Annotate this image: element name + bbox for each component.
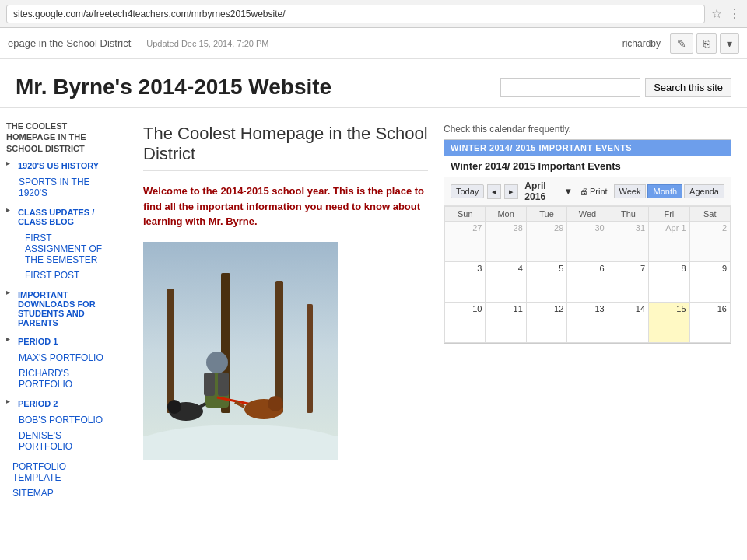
table-row[interactable]: 8 (649, 262, 689, 303)
sidebar-row-period1: ▸ PERIOD 1 (6, 334, 117, 348)
week-view-button[interactable]: Week (614, 184, 647, 198)
view-group: Week Month Agenda (614, 184, 724, 198)
url-text: sites.google.com/a/freetech4teachers.com… (13, 9, 286, 19)
sidebar-row-period2: ▸ PERIOD 2 (6, 397, 117, 411)
table-row[interactable]: 27 (445, 222, 486, 262)
table-row[interactable]: 31 (608, 222, 648, 262)
sidebar-item-first-assignment[interactable]: FIRST ASSIGNMENT OF THE SEMESTER (6, 230, 117, 268)
content-left: The Coolest Homepage in the School Distr… (143, 124, 428, 559)
table-row[interactable]: 3 (445, 262, 486, 303)
more-button[interactable]: ▾ (720, 33, 739, 54)
sidebar-item-classblog[interactable]: CLASS UPDATES / CLASS BLOG (12, 205, 117, 229)
browser-bar: sites.google.com/a/freetech4teachers.com… (0, 0, 747, 28)
sidebar-item-portfolio-template[interactable]: PORTFOLIO TEMPLATE (6, 459, 117, 485)
sidebar-item-richard-portfolio[interactable]: RICHARD'S PORTFOLIO (6, 366, 117, 392)
url-bar[interactable]: sites.google.com/a/freetech4teachers.com… (6, 5, 705, 23)
svg-rect-2 (143, 436, 338, 460)
today-button[interactable]: Today (451, 184, 484, 198)
sidebar-item-period2[interactable]: PERIOD 2 (12, 397, 64, 411)
scene-svg (143, 242, 338, 460)
table-row[interactable]: Apr 1 (649, 222, 689, 262)
svg-point-16 (268, 396, 283, 411)
table-row[interactable]: 9 (689, 262, 730, 303)
sidebar-row-history: ▸ 1920'S US HISTORY (6, 159, 117, 173)
table-row[interactable]: 29 (526, 222, 566, 262)
sidebar-item-first-post[interactable]: FIRST POST (6, 268, 117, 283)
table-row[interactable]: 14 (608, 303, 648, 343)
svg-rect-9 (204, 373, 215, 396)
cal-day-tue: Tue (526, 207, 566, 222)
arrow-icon-period2: ▸ (6, 397, 10, 405)
today-cell[interactable]: 15 (649, 303, 689, 343)
next-button[interactable]: ▸ (504, 184, 518, 199)
svg-rect-10 (218, 373, 229, 396)
sidebar-row-downloads: ▸ IMPORTANT DOWNLOADS FOR STUDENTS AND P… (6, 288, 117, 330)
sidebar-item-history[interactable]: 1920'S US HISTORY (12, 159, 105, 173)
table-row[interactable]: 28 (486, 222, 526, 262)
table-row[interactable]: 7 (608, 262, 648, 303)
cal-day-wed: Wed (567, 207, 608, 222)
table-row[interactable]: 16 (689, 303, 730, 343)
topbar-right: richardby ✎ ⎘ ▾ (622, 33, 739, 54)
site-title: Mr. Byrne's 2014-2015 Website (16, 75, 331, 100)
sidebar-item-sitemap[interactable]: SITEMAP (6, 485, 117, 501)
table-row[interactable]: 4 (486, 262, 526, 303)
bookmark-icon[interactable]: ☆ (711, 6, 722, 21)
table-row[interactable]: 12 (526, 303, 566, 343)
content-image (143, 242, 338, 460)
calendar-header-row: Sun Mon Tue Wed Thu Fri Sat (445, 207, 731, 222)
sidebar-item-sports[interactable]: SPORTS IN THE 1920'S (6, 174, 117, 201)
cal-day-thu: Thu (608, 207, 648, 222)
table-row[interactable]: 30 (567, 222, 608, 262)
user-name: richardby (622, 38, 661, 49)
calendar-label: Check this calendar frequently. (444, 124, 731, 135)
calendar-week-3: 10 11 12 13 14 15 16 (445, 303, 731, 343)
content-right: Check this calendar frequently. WINTER 2… (444, 124, 731, 559)
search-button[interactable]: Search this site (645, 78, 731, 97)
sidebar-item-downloads[interactable]: IMPORTANT DOWNLOADS FOR STUDENTS AND PAR… (12, 288, 117, 330)
month-view-button[interactable]: Month (647, 184, 682, 198)
topbar-updated: Updated Dec 15, 2014, 7:20 PM (146, 39, 268, 48)
table-row[interactable]: 6 (567, 262, 608, 303)
table-row[interactable]: 2 (689, 222, 730, 262)
table-row[interactable]: 13 (567, 303, 608, 343)
calendar-controls: Today ◂ ▸ April 2016 ▾ 🖨 Print Week Mont… (444, 177, 731, 206)
svg-point-7 (206, 352, 228, 373)
arrow-icon-history: ▸ (6, 159, 10, 167)
cal-day-fri: Fri (649, 207, 689, 222)
sidebar-item-bob-portfolio[interactable]: BOB'S PORTFOLIO (6, 412, 117, 428)
site-search: Search this site (500, 78, 731, 97)
cal-day-mon: Mon (486, 207, 526, 222)
print-button[interactable]: 🖨 Print (577, 185, 611, 198)
search-input[interactable] (500, 78, 640, 97)
page-heading: The Coolest Homepage in the School Distr… (143, 124, 428, 171)
svg-rect-6 (307, 304, 313, 413)
welcome-text: Welcome to the 2014-2015 school year. Th… (143, 184, 428, 229)
sidebar-item-period1[interactable]: PERIOD 1 (12, 334, 64, 348)
agenda-view-button[interactable]: Agenda (684, 184, 724, 198)
print-icon: 🖨 (580, 187, 588, 196)
main-layout: THE COOLEST HOMEPAGE IN THE SCHOOL DISTR… (0, 108, 747, 560)
edit-button[interactable]: ✎ (670, 33, 693, 54)
table-row[interactable]: 5 (526, 262, 566, 303)
month-dropdown-icon[interactable]: ▾ (566, 186, 570, 197)
cal-day-sat: Sat (689, 207, 730, 222)
calendar-title-bar: Winter 2014/ 2015 Important Events (444, 156, 731, 177)
month-label: April 2016 ▾ (524, 180, 570, 202)
table-row[interactable]: 11 (486, 303, 526, 343)
svg-rect-3 (167, 289, 174, 413)
calendar-grid: Sun Mon Tue Wed Thu Fri Sat 27 28 (444, 206, 731, 343)
sidebar-item-denise-portfolio[interactable]: DENISE'S PORTFOLIO (6, 428, 117, 454)
sidebar: THE COOLEST HOMEPAGE IN THE SCHOOL DISTR… (0, 108, 124, 560)
sites-topbar: epage in the School District Updated Dec… (0, 28, 747, 59)
prev-button[interactable]: ◂ (487, 184, 501, 199)
calendar-header-bar: WINTER 2014/ 2015 IMPORTANT EVENTS (444, 140, 731, 156)
table-row[interactable]: 10 (445, 303, 486, 343)
arrow-icon-classblog: ▸ (6, 205, 10, 214)
share-button[interactable]: ⎘ (696, 33, 717, 54)
sidebar-item-max-portfolio[interactable]: MAX'S PORTFOLIO (6, 350, 117, 366)
sidebar-row-classblog: ▸ CLASS UPDATES / CLASS BLOG (6, 205, 117, 229)
menu-icon[interactable]: ⋮ (728, 6, 741, 21)
calendar-week-2: 3 4 5 6 7 8 9 (445, 262, 731, 303)
calendar-week-1: 27 28 29 30 31 Apr 1 2 (445, 222, 731, 262)
